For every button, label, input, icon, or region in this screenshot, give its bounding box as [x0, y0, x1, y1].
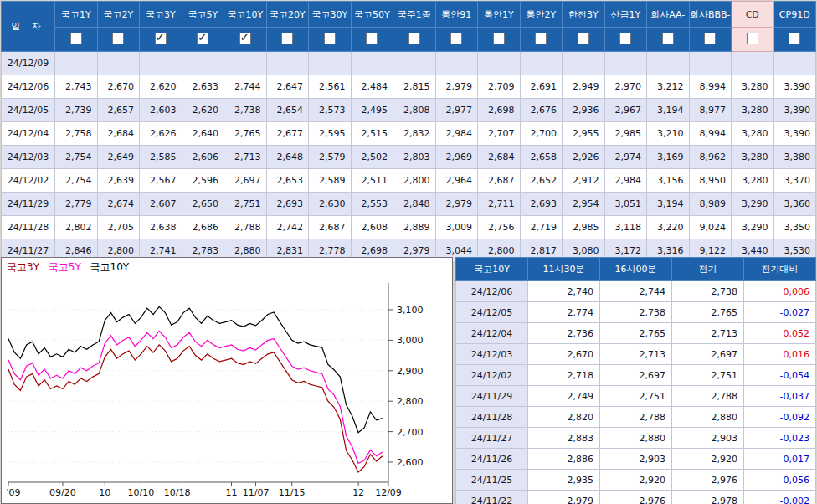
value-cell: 2,751: [672, 365, 744, 386]
detail-header-change: 전기대비: [744, 258, 816, 281]
value-cell: 2,774: [528, 302, 600, 323]
rate-cell: 2,979: [435, 193, 478, 216]
rate-cell: 2,596: [182, 169, 224, 193]
rate-cell: 2,603: [140, 99, 182, 122]
column-checkbox[interactable]: [70, 33, 82, 44]
date-cell: 24/12/04: [456, 323, 528, 344]
column-checkbox[interactable]: [747, 33, 758, 44]
rate-cell: 8,994: [689, 122, 732, 146]
column-checkbox[interactable]: [578, 33, 589, 44]
table-row: 24/11/292,7792,6742,6072,6502,7512,6932,…: [2, 193, 816, 216]
rate-cell: 2,964: [435, 169, 478, 193]
table-row: 24/11/282,8022,7052,6382,6862,7882,7422,…: [2, 216, 816, 239]
column-checkbox-cell: [140, 28, 182, 52]
value-cell: 2,740: [528, 281, 600, 302]
rate-cell: 8,950: [689, 169, 732, 193]
legend-item-3y: 국고3Y: [7, 261, 39, 273]
column-checkbox[interactable]: [197, 33, 208, 44]
detail-table-header: 국고10Y 11시30분 16시00분 전기 전기대비: [456, 258, 816, 281]
rate-cell: 2,595: [309, 122, 352, 146]
column-checkbox[interactable]: [155, 33, 167, 44]
column-header: 국고1Y: [55, 2, 98, 28]
rate-cell: -: [393, 52, 436, 75]
column-checkbox[interactable]: [619, 33, 631, 44]
rate-cell: 2,607: [140, 193, 182, 216]
rate-cell: 2,687: [309, 216, 352, 239]
column-header: CD: [732, 2, 774, 28]
rate-cell: 2,779: [55, 193, 98, 216]
rate-cell: 2,848: [393, 193, 436, 216]
rate-cell: 2,684: [478, 146, 521, 169]
y-axis-label: 2,800: [397, 396, 424, 407]
rate-cell: 2,585: [140, 146, 182, 169]
column-checkbox[interactable]: [662, 33, 674, 44]
rate-cell: 2,691: [520, 75, 563, 99]
detail-row: 24/11/282,8202,7882,880-0,092: [456, 407, 816, 428]
column-checkbox[interactable]: [408, 33, 420, 44]
change-cell: 0,052: [744, 323, 816, 344]
column-checkbox[interactable]: [535, 33, 547, 44]
rate-cell: 2,744: [224, 75, 267, 99]
value-cell: 2,820: [528, 407, 600, 428]
column-checkbox[interactable]: [704, 33, 716, 44]
change-cell: 0,016: [744, 344, 816, 365]
y-axis-label: 2,600: [397, 457, 424, 468]
rate-cell: 2,815: [393, 75, 436, 99]
change-cell: -0,037: [744, 386, 816, 407]
rate-cell: 2,684: [97, 122, 140, 146]
chart-series-2: [8, 306, 383, 432]
column-checkbox[interactable]: [493, 33, 505, 44]
rates-table-header: 일 자 국고1Y국고2Y국고3Y국고5Y국고10Y국고20Y국고30Y국고50Y…: [2, 2, 816, 52]
value-cell: 2,751: [600, 386, 672, 407]
column-checkbox[interactable]: [789, 33, 800, 44]
value-cell: 2,883: [528, 428, 600, 449]
x-axis-label: 11/15: [279, 487, 306, 498]
rate-cell: 2,954: [563, 193, 605, 216]
rate-cell: 2,693: [520, 193, 563, 216]
rate-cell: 2,969: [435, 146, 478, 169]
value-cell: 2,978: [672, 491, 744, 504]
change-cell: -0,023: [744, 428, 816, 449]
rate-cell: -: [55, 52, 98, 75]
column-checkbox[interactable]: [281, 33, 293, 44]
rate-cell: 3,280: [732, 99, 774, 122]
column-checkbox[interactable]: [112, 33, 124, 44]
date-cell: 24/11/25: [456, 470, 528, 491]
rate-cell: 2,936: [563, 99, 605, 122]
chart-series-0: [8, 345, 383, 472]
column-header: 통안1Y: [478, 2, 521, 28]
value-cell: 2,788: [672, 386, 744, 407]
detail-table: 국고10Y 11시30분 16시00분 전기 전기대비 24/12/062,74…: [455, 257, 816, 504]
bond-rates-table: 일 자 국고1Y국고2Y국고3Y국고5Y국고10Y국고20Y국고30Y국고50Y…: [1, 1, 816, 263]
rate-cell: 2,567: [140, 169, 182, 193]
detail-table-body: 24/12/062,7402,7442,7380,00624/12/052,77…: [456, 281, 816, 504]
y-axis-label: 3,100: [397, 305, 424, 316]
rate-cell: 3,220: [647, 216, 690, 239]
chart-legend: 국고3Y 국고5Y 국고10Y: [7, 260, 135, 275]
column-checkbox[interactable]: [239, 33, 251, 44]
rate-cell: 2,739: [55, 99, 98, 122]
rate-cell: 3,194: [647, 193, 690, 216]
rate-cell: -: [140, 52, 182, 75]
rate-cell: 2,620: [182, 99, 224, 122]
value-cell: 2,738: [600, 302, 672, 323]
rate-cell: 3,350: [773, 216, 816, 239]
rate-cell: 2,705: [97, 216, 140, 239]
rate-cell: -: [97, 52, 140, 75]
rate-cell: 2,573: [309, 99, 352, 122]
rate-cell: 2,758: [55, 122, 98, 146]
date-cell: 24/11/26: [456, 449, 528, 470]
change-cell: -0,002: [744, 491, 816, 504]
rate-cell: 2,803: [393, 146, 436, 169]
column-checkbox[interactable]: [324, 33, 336, 44]
value-cell: 2,886: [528, 449, 600, 470]
rate-cell: 2,955: [563, 122, 605, 146]
rate-cell: 2,484: [351, 75, 393, 99]
column-checkbox[interactable]: [450, 33, 462, 44]
rate-cell: 2,754: [55, 146, 98, 169]
date-cell: 24/11/28: [2, 216, 55, 239]
x-axis-label: 10: [99, 487, 110, 498]
rate-cell: 3,212: [647, 75, 690, 99]
column-checkbox[interactable]: [366, 33, 378, 44]
column-header: 국고2Y: [97, 2, 140, 28]
